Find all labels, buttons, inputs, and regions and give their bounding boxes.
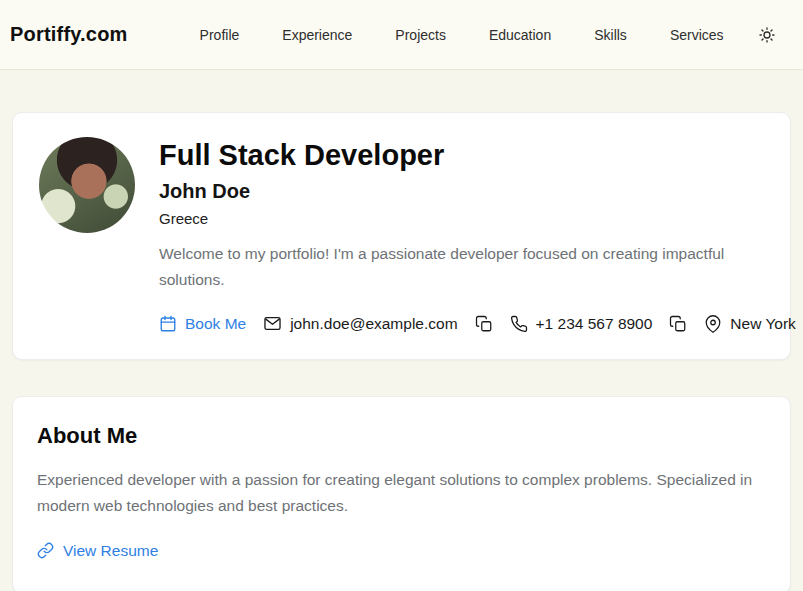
copy-email-button[interactable] (475, 315, 493, 333)
contact-row: Book Me john.doe@example.com (159, 314, 764, 333)
phone-item: +1 234 567 8900 (510, 315, 653, 333)
nav-item-skills[interactable]: Skills (594, 27, 627, 43)
email-item: john.doe@example.com (263, 314, 457, 333)
top-navbar: Portiffy.com Profile Experience Projects… (0, 0, 803, 70)
profile-name: John Doe (159, 180, 764, 203)
theme-toggle-button[interactable] (753, 21, 781, 49)
brand-logo[interactable]: Portiffy.com (10, 23, 128, 46)
book-me-label: Book Me (185, 315, 246, 333)
book-me-link[interactable]: Book Me (159, 315, 246, 333)
profile-title: Full Stack Developer (159, 139, 764, 172)
location-item: New York (704, 315, 795, 333)
nav-links: Profile Experience Projects Education Sk… (200, 27, 753, 43)
profile-location: Greece (159, 210, 764, 227)
city-text: New York (730, 315, 795, 333)
about-heading: About Me (37, 423, 764, 449)
view-resume-link[interactable]: View Resume (37, 542, 158, 560)
view-resume-label: View Resume (63, 542, 158, 560)
copy-phone-button[interactable] (669, 315, 687, 333)
nav-item-projects[interactable]: Projects (395, 27, 446, 43)
profile-main: Full Stack Developer John Doe Greece Wel… (159, 137, 764, 333)
about-body: Experienced developer with a passion for… (37, 467, 757, 520)
copy-icon (669, 315, 687, 333)
nav-item-experience[interactable]: Experience (282, 27, 352, 43)
map-pin-icon (704, 315, 722, 333)
about-card: About Me Experienced developer with a pa… (12, 396, 791, 591)
email-text: john.doe@example.com (290, 315, 457, 333)
mail-icon (263, 314, 282, 333)
profile-intro: Welcome to my portfolio! I'm a passionat… (159, 241, 764, 292)
copy-icon (475, 315, 493, 333)
sun-icon (759, 27, 775, 43)
phone-text: +1 234 567 8900 (536, 315, 653, 333)
nav-item-education[interactable]: Education (489, 27, 551, 43)
nav-item-services[interactable]: Services (670, 27, 724, 43)
link-icon (37, 542, 54, 559)
profile-card: Full Stack Developer John Doe Greece Wel… (12, 112, 791, 360)
nav-item-profile[interactable]: Profile (200, 27, 240, 43)
avatar (39, 137, 135, 233)
phone-icon (510, 315, 528, 333)
calendar-icon (159, 315, 177, 333)
